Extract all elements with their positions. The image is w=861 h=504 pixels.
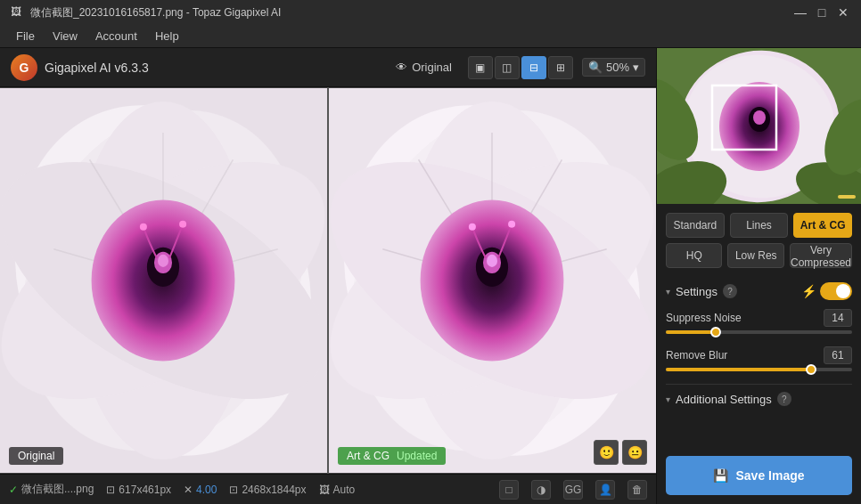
additional-settings-section: ▾ Additional Settings ? xyxy=(666,384,852,413)
left-pane-label: Original xyxy=(9,447,63,465)
gg-label: GG xyxy=(563,480,583,500)
adjust-icon-button[interactable]: ◑ xyxy=(531,480,551,500)
view-mode-group: ▣ ◫ ⊟ ⊞ xyxy=(468,56,573,79)
additional-chevron-icon[interactable]: ▾ xyxy=(666,394,670,404)
settings-header: ▾ Settings ? ⚡ xyxy=(666,280,852,302)
lightning-icon: ⚡ xyxy=(801,284,816,298)
flower-image-right xyxy=(329,87,656,474)
zoom-value: 50% xyxy=(606,61,629,74)
settings-panel: ▾ Settings ? ⚡ Suppress Noise 14 xyxy=(657,273,861,447)
minimize-button[interactable]: — xyxy=(793,5,808,20)
mode-icon: 🖼 xyxy=(319,484,330,496)
dimensions-item: ⊡ 617x461px xyxy=(106,484,171,496)
suppress-noise-fill xyxy=(666,330,716,334)
right-pane-label: Art & CG Updated xyxy=(338,447,446,465)
model-compressed-button[interactable]: Very Compressed xyxy=(790,243,852,268)
remove-blur-value: 61 xyxy=(824,346,852,364)
output-size-text: 2468x1844px xyxy=(242,484,306,496)
save-image-button[interactable]: 💾 Save Image xyxy=(666,456,852,495)
menu-view[interactable]: View xyxy=(44,28,86,45)
original-toggle-button[interactable]: 👁 Original xyxy=(389,57,459,77)
app-icon: 🖼 xyxy=(11,5,25,20)
suppress-noise-label: Suppress Noise xyxy=(666,312,742,324)
suppress-noise-track[interactable] xyxy=(666,330,852,334)
menu-help[interactable]: Help xyxy=(146,28,188,45)
dimensions-icon: ⊡ xyxy=(106,484,115,496)
zoom-icon: 🔍 xyxy=(588,61,603,74)
image-area: Original xyxy=(0,87,656,474)
additional-help-button[interactable]: ? xyxy=(777,392,791,406)
image-pane-left: Original xyxy=(0,87,329,474)
collapse-bar[interactable] xyxy=(838,195,856,199)
mode-text: Auto xyxy=(333,484,356,496)
toggle-thumb xyxy=(836,284,850,298)
additional-settings-title: Additional Settings xyxy=(676,393,772,406)
svg-point-39 xyxy=(753,110,766,125)
svg-point-32 xyxy=(469,224,476,231)
mode-item: 🖼 Auto xyxy=(319,484,356,496)
thumbnail-image xyxy=(657,48,861,204)
image-pane-right: Art & CG Updated 🙂 😐 xyxy=(329,87,656,474)
svg-point-14 xyxy=(158,255,168,267)
eye-icon: 👁 xyxy=(396,61,407,74)
filename-text: 微信截图....png xyxy=(21,482,94,497)
updated-badge: Updated xyxy=(397,450,437,462)
model-standard-button[interactable]: Standard xyxy=(666,213,725,238)
close-button[interactable]: ✕ xyxy=(836,5,850,20)
window-controls: — □ ✕ xyxy=(793,5,850,20)
maximize-button[interactable]: □ xyxy=(815,5,829,20)
settings-toggle: ⚡ xyxy=(801,282,852,300)
logo-area: G Gigapixel AI v6.3.3 xyxy=(11,54,149,81)
check-icon: ✓ xyxy=(9,484,18,496)
person-icon-button[interactable]: 👤 xyxy=(595,480,615,500)
filename-item: ✓ 微信截图....png xyxy=(9,482,94,497)
emoji-happy-button[interactable]: 🙂 xyxy=(594,440,619,465)
settings-title: Settings xyxy=(676,285,718,298)
settings-help-button[interactable]: ? xyxy=(723,284,737,298)
suppress-noise-thumb[interactable] xyxy=(710,327,721,337)
settings-chevron-icon[interactable]: ▾ xyxy=(666,287,670,297)
scale-item: ✕ 4.00 xyxy=(184,484,217,496)
main-toolbar: G Gigapixel AI v6.3.3 👁 Original ▣ ◫ ⊟ ⊞… xyxy=(0,48,656,87)
gg-text: GG xyxy=(565,484,582,496)
model-artcg-button[interactable]: Art & CG xyxy=(793,213,852,238)
scale-icon: ✕ xyxy=(184,484,193,496)
view-single-button[interactable]: ▣ xyxy=(468,56,493,79)
zoom-chevron-icon: ▾ xyxy=(633,61,639,74)
remove-blur-row: Remove Blur 61 xyxy=(666,346,852,371)
suppress-noise-label-row: Suppress Noise 14 xyxy=(666,309,852,327)
svg-point-15 xyxy=(140,224,147,231)
title-bar: 🖼 微信截图_20231016165817.png - Topaz Gigapi… xyxy=(0,0,861,25)
emoji-neutral-button[interactable]: 😐 xyxy=(622,440,647,465)
logo-letter: G xyxy=(20,61,29,75)
model-lowres-button[interactable]: Low Res xyxy=(727,243,783,268)
bottom-bar: ✓ 微信截图....png ⊡ 617x461px ✕ 4.00 ⊡ 2468x… xyxy=(0,474,656,504)
settings-toggle-switch[interactable] xyxy=(820,282,852,300)
model-hq-button[interactable]: HQ xyxy=(666,243,722,268)
left-panel: G Gigapixel AI v6.3.3 👁 Original ▣ ◫ ⊟ ⊞… xyxy=(0,48,656,504)
model-section: Standard Lines Art & CG HQ Low Res Very … xyxy=(657,204,861,273)
title-bar-text: 微信截图_20231016165817.png - Topaz Gigapixe… xyxy=(30,5,793,20)
zoom-control[interactable]: 🔍 50% ▾ xyxy=(582,58,645,77)
app-body: G Gigapixel AI v6.3.3 👁 Original ▣ ◫ ⊟ ⊞… xyxy=(0,48,861,504)
view-grid-button[interactable]: ⊞ xyxy=(548,56,573,79)
remove-blur-track[interactable] xyxy=(666,368,852,371)
menu-account[interactable]: Account xyxy=(86,28,146,45)
app-logo: G xyxy=(11,54,37,81)
svg-point-31 xyxy=(487,255,497,267)
flower-image-left xyxy=(0,87,327,474)
dimensions-text: 617x461px xyxy=(119,484,171,496)
model-lines-button[interactable]: Lines xyxy=(730,213,789,238)
remove-blur-thumb[interactable] xyxy=(806,364,816,375)
suppress-noise-value: 14 xyxy=(824,309,852,327)
svg-point-33 xyxy=(508,221,515,228)
view-split-h-button[interactable]: ⊟ xyxy=(521,56,546,79)
menu-file[interactable]: File xyxy=(7,28,44,45)
color-icon-button[interactable]: □ xyxy=(499,480,519,500)
pane-controls: 🙂 😐 xyxy=(594,440,647,465)
view-split-v-button[interactable]: ◫ xyxy=(495,56,520,79)
trash-icon-button[interactable]: 🗑 xyxy=(627,480,647,500)
remove-blur-label-row: Remove Blur 61 xyxy=(666,346,852,364)
menu-bar: File View Account Help xyxy=(0,25,861,48)
remove-blur-fill xyxy=(666,368,811,371)
